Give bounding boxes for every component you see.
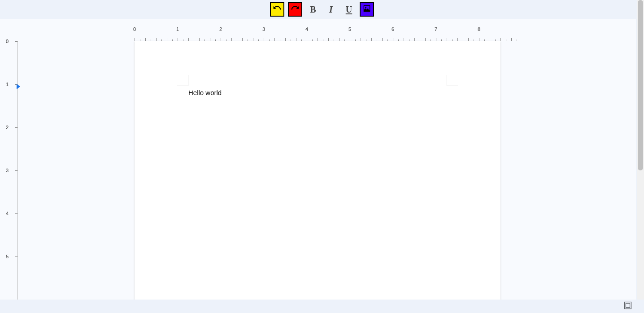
h-ruler-tick-minor [242,38,243,41]
h-ruler-tick-minor [226,39,226,41]
h-ruler-tick [393,38,393,41]
italic-label: I [329,4,333,15]
document-page[interactable]: Hello world [135,41,500,300]
margin-corner-top-right [447,75,458,86]
v-ruler-label: 4 [6,211,9,216]
explore-icon [623,304,632,311]
h-ruler-tick [264,38,264,41]
h-ruler-tick [178,38,178,41]
h-ruler-tick-minor [194,39,194,41]
h-ruler-tick-minor [151,39,151,41]
h-ruler-tick-minor [484,39,485,41]
h-ruler-tick-minor [431,39,431,41]
h-ruler-tick-minor [517,39,517,41]
image-icon [362,4,371,15]
h-ruler-tick-minor [301,39,302,41]
insert-image-button[interactable] [360,2,374,17]
h-ruler-tick-minor [398,39,399,41]
h-ruler-label: 8 [478,26,480,32]
h-ruler-label: 0 [133,26,136,32]
v-ruler-label: 5 [6,254,9,259]
v-ruler-tick [15,41,17,42]
h-ruler-label: 2 [219,26,222,32]
h-ruler-tick-minor [441,39,442,41]
horizontal-ruler[interactable]: 012345678 [18,19,636,41]
svg-rect-2 [626,303,630,307]
h-ruler-tick-minor [291,39,291,41]
h-ruler-tick-minor [371,38,372,41]
h-ruler-tick-minor [377,39,377,41]
h-ruler-label: 5 [348,26,351,32]
explore-button[interactable] [623,301,632,312]
h-ruler-tick-minor [269,39,270,41]
h-ruler-tick-minor [285,38,286,41]
h-ruler-tick-minor [167,38,167,41]
v-ruler-tick [15,170,17,171]
h-ruler-tick-minor [355,39,356,41]
svg-point-0 [365,7,366,8]
h-ruler-tick-minor [500,38,501,41]
v-ruler-tick [15,256,17,257]
vertical-scrollbar[interactable] [637,0,644,300]
italic-button[interactable]: I [324,2,338,17]
h-ruler-label: 6 [392,26,394,32]
h-ruler-tick-minor [237,39,237,41]
h-ruler-tick-minor [199,38,200,41]
h-ruler-tick [221,38,221,41]
h-ruler-tick-minor [425,38,426,41]
bold-button[interactable]: B [306,2,320,17]
h-ruler-tick-minor [382,38,383,41]
editor-area: 012345678 012345 Hello world [0,19,636,300]
h-ruler-tick-minor [409,39,409,41]
h-ruler-tick-minor [334,39,334,41]
h-ruler-tick [135,38,135,41]
v-ruler-label: 1 [6,82,9,87]
margin-corner-top-left [177,75,188,86]
h-ruler-tick-minor [296,38,296,41]
bold-label: B [310,4,316,15]
h-ruler-tick-minor [280,39,280,41]
h-ruler-tick-minor [183,39,183,41]
h-ruler-tick-minor [140,39,140,41]
h-ruler-tick-minor [328,38,329,41]
h-ruler-tick-minor [161,39,162,41]
h-ruler-tick-minor [312,39,313,41]
h-ruler-tick-minor [366,39,366,41]
undo-icon [273,4,282,15]
h-ruler-tick-minor [156,38,157,41]
h-ruler-tick-minor [210,38,210,41]
h-ruler-tick [479,38,479,41]
h-ruler-tick-minor [511,38,512,41]
toolbar: B I U [0,0,644,19]
h-ruler-tick-minor [506,39,506,41]
h-ruler-tick-minor [463,39,463,41]
v-ruler-label: 2 [6,125,9,130]
h-ruler-tick-minor [495,39,496,41]
v-ruler-tick [15,127,17,128]
h-ruler-tick-minor [474,39,474,41]
redo-icon [291,4,300,15]
h-ruler-tick-minor [215,39,216,41]
h-ruler-label: 1 [176,26,179,32]
h-ruler-tick-minor [361,38,361,41]
h-ruler-tick-minor [344,39,345,41]
h-ruler-tick-minor [258,39,259,41]
h-ruler-label: 4 [305,26,308,32]
h-ruler-tick-minor [452,39,453,41]
h-ruler-tick-minor [339,38,339,41]
h-ruler-tick-minor [468,38,469,41]
vertical-ruler[interactable]: 012345 [0,41,18,300]
underline-button[interactable]: U [342,2,356,17]
h-ruler-tick-minor [490,38,490,41]
vertical-scrollbar-thumb[interactable] [638,0,643,170]
document-content[interactable]: Hello world [188,89,222,96]
v-ruler-label: 3 [6,168,9,173]
h-ruler-label: 3 [262,26,265,32]
h-ruler-tick-minor [248,39,248,41]
v-ruler-tick [15,213,17,214]
h-ruler-label: 7 [435,26,437,32]
svg-rect-1 [625,302,631,309]
redo-button[interactable] [288,2,302,17]
h-ruler-tick-minor [145,38,146,41]
undo-button[interactable] [270,2,284,17]
